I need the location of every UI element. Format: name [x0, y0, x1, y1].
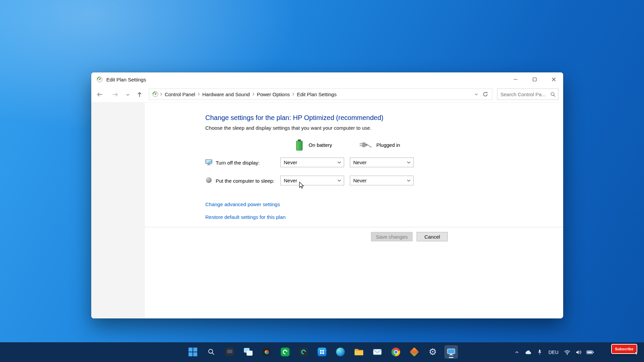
dark-window-icon [225, 348, 234, 356]
left-pane [91, 103, 145, 318]
page-subtitle: Choose the sleep and display settings th… [205, 125, 371, 131]
taskbar-app-mail[interactable] [371, 345, 384, 359]
titlebar: Edit Plan Settings [91, 72, 563, 86]
taskbar-app-file-explorer[interactable] [352, 345, 366, 359]
chevron-down-icon [407, 179, 411, 182]
address-dropdown-button[interactable] [473, 93, 480, 96]
taskbar-app-camtasia[interactable] [278, 345, 292, 359]
up-button[interactable] [135, 90, 144, 99]
back-button[interactable] [95, 90, 104, 99]
breadcrumb: Control Panel Hardware and Sound Power O… [149, 88, 492, 100]
taskbar: ⚙ [0, 342, 644, 362]
breadcrumb-separator-icon [292, 93, 294, 96]
monitor-icon [447, 349, 455, 355]
breadcrumb-separator-icon [160, 93, 162, 96]
display-plugged-in-value: Never [353, 160, 367, 165]
refresh-button[interactable] [480, 92, 492, 97]
tray-onedrive[interactable] [524, 346, 533, 358]
mail-envelope-icon [373, 349, 382, 355]
taskbar-app-active-control-panel[interactable] [444, 345, 458, 359]
cloud-icon [525, 350, 532, 355]
chrome-icon [391, 348, 400, 356]
sleep-on-battery-select[interactable]: Never [280, 176, 344, 185]
subscribe-label: Subscribe [615, 347, 634, 351]
tray-show-hidden-icons[interactable] [513, 346, 521, 358]
taskbar-app-store[interactable] [315, 345, 329, 359]
minimize-icon [514, 77, 518, 81]
taskbar-app-dark-window[interactable] [223, 345, 236, 359]
taskbar-app-recorder[interactable] [297, 345, 310, 359]
caption-buttons [506, 72, 563, 86]
close-icon [552, 77, 556, 81]
taskbar-center-icons: ⚙ [186, 345, 458, 359]
speaker-icon [576, 350, 582, 355]
search-box [497, 88, 558, 100]
tray-volume[interactable] [574, 346, 583, 358]
page-title: Change settings for the plan: HP Optimiz… [205, 114, 383, 122]
taskbar-app-camera[interactable] [260, 345, 273, 359]
taskbar-app-edge[interactable] [334, 345, 347, 359]
taskbar-search-button[interactable] [205, 345, 218, 359]
edit-plan-settings-window: Edit Plan Settings [91, 72, 563, 318]
colorful-app-icon [410, 347, 419, 357]
taskbar-app-settings[interactable]: ⚙ [426, 345, 439, 359]
camera-lens-icon [262, 348, 271, 356]
search-icon [550, 92, 555, 97]
desktop: Edit Plan Settings [0, 0, 644, 362]
taskbar-app-colorful[interactable] [408, 345, 421, 359]
tray-microphone[interactable] [535, 346, 544, 358]
breadcrumb-separator-icon [198, 93, 200, 96]
save-changes-button[interactable]: Save changes [371, 232, 413, 241]
search-input[interactable] [497, 92, 548, 97]
wifi-icon [564, 350, 571, 355]
change-advanced-power-settings-link[interactable]: Change advanced power settings [205, 201, 280, 207]
sleep-plugged-in-select[interactable]: Never [350, 176, 414, 185]
chevron-up-icon [515, 351, 519, 354]
recent-pages-button[interactable] [125, 90, 131, 99]
maximize-icon [533, 77, 537, 81]
display-on-battery-value: Never [284, 160, 297, 165]
up-arrow-icon [137, 92, 142, 98]
battery-icon [296, 139, 303, 150]
sleep-row-label: Put the computer to sleep: [216, 178, 274, 184]
chevron-down-icon [126, 94, 129, 96]
windows-logo-icon [189, 348, 197, 356]
breadcrumb-item-edit-plan-settings[interactable]: Edit Plan Settings [296, 92, 337, 97]
display-icon [205, 159, 212, 166]
chevron-down-icon [407, 161, 411, 164]
breadcrumb-item-power-options[interactable]: Power Options [256, 92, 291, 97]
power-options-location-icon [152, 91, 159, 98]
on-battery-column-header: On battery [309, 142, 332, 148]
folder-icon [354, 348, 364, 356]
forward-arrow-icon [112, 92, 119, 97]
settings-gear-icon: ⚙ [429, 348, 437, 357]
back-arrow-icon [96, 92, 103, 97]
breadcrumb-item-control-panel[interactable]: Control Panel [164, 92, 196, 97]
maximize-button[interactable] [525, 72, 544, 86]
tray-language[interactable]: DEU [547, 346, 560, 358]
taskbar-tray: DEU [513, 342, 594, 362]
tray-wifi[interactable] [563, 346, 572, 358]
close-button[interactable] [544, 72, 563, 86]
task-view-button[interactable] [241, 345, 255, 359]
tray-battery[interactable] [586, 346, 594, 358]
taskbar-app-chrome[interactable] [389, 345, 402, 359]
plug-icon [359, 141, 372, 148]
mouse-cursor [299, 182, 304, 189]
minimize-button[interactable] [506, 72, 525, 86]
display-row-label: Turn off the display: [216, 160, 260, 166]
cancel-button[interactable]: Cancel [417, 232, 448, 241]
store-icon [318, 348, 326, 356]
display-on-battery-select[interactable]: Never [280, 158, 344, 167]
breadcrumb-item-hardware-and-sound[interactable]: Hardware and Sound [201, 92, 251, 97]
forward-button[interactable] [111, 90, 120, 99]
start-button[interactable] [186, 345, 200, 359]
display-plugged-in-select[interactable]: Never [350, 158, 414, 167]
sleep-plugged-in-value: Never [353, 178, 367, 183]
battery-status-icon [586, 350, 594, 354]
refresh-icon [483, 92, 488, 97]
restore-default-settings-link[interactable]: Restore default settings for this plan [205, 214, 285, 220]
chevron-down-icon [337, 161, 341, 164]
chevron-down-icon [475, 93, 478, 96]
subscribe-cursor-icon [635, 351, 638, 356]
